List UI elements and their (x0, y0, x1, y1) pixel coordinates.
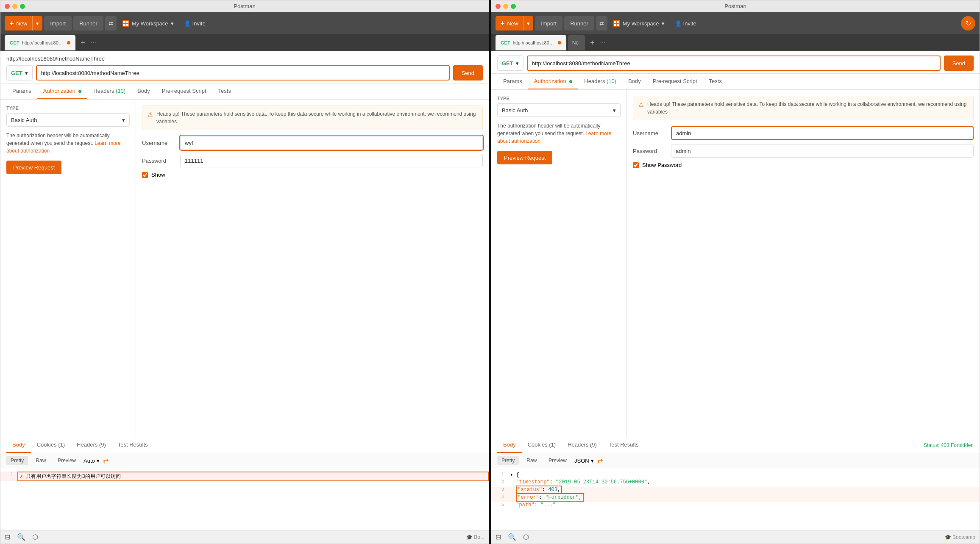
left-preview-button[interactable]: Preview Request (6, 161, 61, 174)
right-minimize-icon[interactable] (503, 4, 508, 9)
right-tab-add-button[interactable]: + (587, 37, 599, 49)
right-req-tab-headers[interactable]: Headers (10) (578, 74, 622, 89)
left-tab-add-button[interactable]: + (77, 37, 89, 49)
right-preview-mode-btn[interactable]: Preview (544, 456, 571, 465)
right-bottom-btn-1[interactable]: ⊟ (496, 533, 501, 541)
right-workspace-icon (613, 20, 620, 27)
left-bottom-btn-3[interactable]: ⬡ (32, 533, 38, 541)
right-resp-tab-cookies[interactable]: Cookies (1) (522, 437, 562, 453)
right-password-input[interactable] (671, 144, 974, 158)
right-close-icon[interactable] (496, 4, 501, 9)
left-req-tab-headers[interactable]: Headers (10) (87, 83, 131, 99)
right-bottom-btn-3[interactable]: ⬡ (523, 533, 529, 541)
right-line-num-5: 5 (491, 502, 508, 510)
left-resp-tab-headers[interactable]: Headers (9) (71, 437, 112, 453)
close-icon[interactable] (5, 4, 10, 9)
left-method-select[interactable]: GET ▾ (6, 65, 33, 80)
left-workspace-chevron: ▾ (171, 20, 174, 27)
right-auth-left: TYPE Basic Auth ▾ The authorization head… (491, 90, 627, 437)
minimize-icon[interactable] (12, 4, 17, 9)
left-resp-tab-cookies[interactable]: Cookies (1) (31, 437, 71, 453)
left-response-tabs: Body Cookies (1) Headers (9) Test Result… (0, 437, 489, 453)
left-type-label: TYPE (6, 105, 130, 111)
right-username-label: Username (633, 130, 671, 136)
left-new-button[interactable]: + New ▾ (5, 16, 42, 31)
left-workspace-button[interactable]: My Workspace ▾ (118, 16, 178, 31)
right-wrap-btn[interactable]: ⇄ (597, 457, 603, 465)
right-line-num-3: 3 (491, 487, 508, 494)
left-raw-btn[interactable]: Raw (31, 456, 50, 465)
left-type-select[interactable]: Basic Auth ▾ (6, 113, 130, 127)
right-invite-button[interactable]: 👤 Invite (671, 16, 701, 31)
right-tab-1[interactable]: GET http://localhost:8080/methodNa (496, 35, 566, 50)
left-main-content: http://localhost:8080/methodNameThree GE… (0, 51, 489, 544)
right-preview-button[interactable]: Preview Request (497, 151, 552, 164)
left-password-input[interactable] (180, 154, 483, 167)
right-send-button[interactable]: Send (944, 56, 974, 71)
right-fork-button[interactable]: ⇄ (596, 16, 607, 31)
left-preview-mode-btn[interactable]: Preview (53, 456, 80, 465)
left-req-tab-params[interactable]: Params (6, 83, 37, 99)
right-show-password-checkbox[interactable] (633, 162, 639, 168)
right-pretty-btn[interactable]: Pretty (497, 456, 519, 465)
left-req-tab-body[interactable]: Body (131, 83, 156, 99)
right-method-select[interactable]: GET ▾ (497, 56, 523, 71)
right-line-content-4: "error": "Forbidden", (508, 494, 980, 502)
left-req-tab-tests[interactable]: Tests (212, 83, 237, 99)
left-bottom-btn-2[interactable]: 🔍 (17, 533, 25, 541)
right-runner-button[interactable]: Runner (564, 16, 594, 31)
right-username-input[interactable] (671, 126, 974, 140)
left-bottom-btn-1[interactable]: ⊟ (5, 533, 10, 541)
left-req-tab-prescript[interactable]: Pre-request Script (156, 83, 212, 99)
left-resp-tab-tests[interactable]: Test Results (112, 437, 154, 453)
right-bottom-btn-2[interactable]: 🔍 (508, 533, 516, 541)
right-auth-link[interactable]: Learn more about authorization (497, 130, 612, 144)
right-new-dropdown-icon[interactable]: ▾ (523, 16, 533, 31)
right-workspace-button[interactable]: My Workspace ▾ (609, 16, 669, 31)
right-req-tab-params[interactable]: Params (497, 74, 528, 89)
right-username-row: Username (633, 126, 974, 140)
left-tab-1[interactable]: GET http://localhost:8080/methodNa (5, 35, 75, 50)
right-type-select[interactable]: Basic Auth ▾ (497, 103, 621, 117)
left-new-dropdown-icon[interactable]: ▾ (32, 16, 42, 31)
left-runner-button[interactable]: Runner (73, 16, 103, 31)
right-window-controls (496, 4, 516, 9)
right-workspace-chevron: ▾ (662, 20, 665, 27)
right-raw-btn[interactable]: Raw (522, 456, 541, 465)
left-username-input[interactable] (180, 136, 483, 150)
left-auth-desc: The authorization header will be automat… (6, 132, 130, 155)
right-import-button[interactable]: Import (535, 16, 562, 31)
right-url-input[interactable] (527, 56, 941, 71)
left-resp-tab-body[interactable]: Body (6, 437, 31, 453)
maximize-icon[interactable] (20, 4, 25, 9)
right-resp-tab-tests[interactable]: Test Results (603, 437, 645, 453)
left-show-password-row: Show (142, 172, 483, 178)
left-tab-more-button[interactable]: ··· (91, 39, 96, 47)
right-type-value: Basic Auth (502, 107, 528, 114)
left-auth-link[interactable]: Learn more about authorization (6, 140, 121, 154)
left-req-tab-auth[interactable]: Authorization (37, 83, 88, 99)
left-warning-box: ⚠ Heads up! These parameters hold sensit… (142, 105, 483, 130)
right-new-button[interactable]: + New ▾ (496, 16, 533, 31)
right-req-tab-tests[interactable]: Tests (703, 74, 728, 89)
right-req-tab-auth[interactable]: Authorization (528, 74, 579, 89)
left-fork-button[interactable]: ⇄ (105, 16, 117, 31)
right-refresh-button[interactable]: ↻ (961, 16, 975, 31)
left-show-password-checkbox[interactable] (142, 172, 148, 178)
right-resp-tab-body[interactable]: Body (497, 437, 522, 453)
right-maximize-icon[interactable] (511, 4, 516, 9)
left-url-input[interactable] (36, 65, 450, 80)
right-tab-more-button[interactable]: ··· (600, 39, 606, 47)
right-resp-tab-headers[interactable]: Headers (9) (562, 437, 603, 453)
left-invite-button[interactable]: 👤 Invite (180, 16, 210, 31)
right-format-label: JSON (574, 458, 589, 464)
left-import-button[interactable]: Import (44, 16, 72, 31)
right-tab-no[interactable]: No (568, 35, 585, 50)
left-send-button[interactable]: Send (453, 65, 483, 80)
left-tab-url: http://localhost:8080/methodNa (22, 40, 64, 45)
right-req-tab-prescript[interactable]: Pre-request Script (647, 74, 703, 89)
left-wrap-btn[interactable]: ⇄ (103, 457, 109, 465)
right-req-tab-body[interactable]: Body (622, 74, 647, 89)
left-pretty-btn[interactable]: Pretty (6, 456, 28, 465)
right-main-content: GET ▾ Send Params Authorization Headers … (491, 51, 980, 544)
